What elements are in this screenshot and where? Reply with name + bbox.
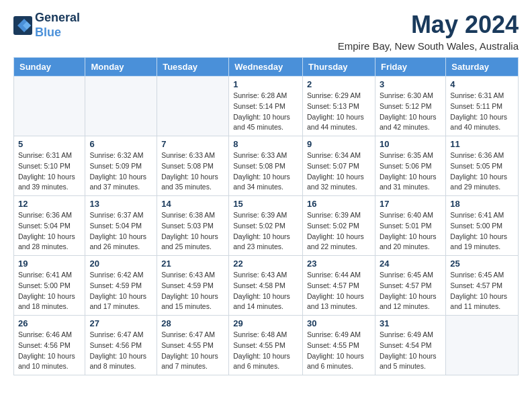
weekday-thursday: Thursday	[303, 58, 375, 77]
day-number: 22	[233, 259, 298, 269]
calendar-cell: 21Sunrise: 6:43 AM Sunset: 4:59 PM Dayli…	[157, 256, 229, 316]
calendar-cell: 20Sunrise: 6:42 AM Sunset: 4:59 PM Dayli…	[85, 256, 157, 316]
day-info: Sunrise: 6:45 AM Sunset: 4:57 PM Dayligh…	[380, 270, 441, 312]
day-number: 9	[307, 139, 371, 149]
day-number: 3	[380, 79, 441, 89]
logo-icon	[13, 16, 32, 35]
calendar-cell: 7Sunrise: 6:33 AM Sunset: 5:08 PM Daylig…	[157, 136, 229, 196]
day-info: Sunrise: 6:45 AM Sunset: 4:57 PM Dayligh…	[450, 270, 514, 312]
calendar-cell: 10Sunrise: 6:35 AM Sunset: 5:06 PM Dayli…	[375, 136, 445, 196]
weekday-sunday: Sunday	[14, 58, 85, 77]
calendar-cell: 29Sunrise: 6:48 AM Sunset: 4:55 PM Dayli…	[229, 316, 303, 375]
logo-line2: Blue	[35, 26, 80, 40]
calendar-wrap: SundayMondayTuesdayWednesdayThursdayFrid…	[0, 57, 532, 382]
day-info: Sunrise: 6:32 AM Sunset: 5:09 PM Dayligh…	[89, 150, 152, 193]
day-number: 27	[89, 318, 152, 328]
day-number: 25	[450, 259, 514, 269]
day-info: Sunrise: 6:40 AM Sunset: 5:01 PM Dayligh…	[380, 210, 441, 253]
calendar-cell: 4Sunrise: 6:31 AM Sunset: 5:11 PM Daylig…	[446, 77, 519, 136]
day-info: Sunrise: 6:48 AM Sunset: 4:55 PM Dayligh…	[233, 330, 298, 372]
day-number: 24	[380, 259, 441, 269]
weekday-header-row: SundayMondayTuesdayWednesdayThursdayFrid…	[14, 58, 519, 77]
day-info: Sunrise: 6:41 AM Sunset: 5:00 PM Dayligh…	[450, 210, 514, 253]
day-number: 18	[450, 199, 514, 209]
calendar-cell: 16Sunrise: 6:39 AM Sunset: 5:02 PM Dayli…	[303, 196, 375, 256]
calendar-cell: 31Sunrise: 6:49 AM Sunset: 4:54 PM Dayli…	[375, 316, 445, 375]
logo: General Blue	[13, 11, 80, 40]
day-number: 1	[233, 79, 298, 89]
calendar-cell: 12Sunrise: 6:36 AM Sunset: 5:04 PM Dayli…	[14, 196, 85, 256]
day-number: 6	[89, 139, 152, 149]
day-number: 23	[307, 259, 371, 269]
day-info: Sunrise: 6:36 AM Sunset: 5:04 PM Dayligh…	[18, 210, 81, 253]
day-info: Sunrise: 6:33 AM Sunset: 5:08 PM Dayligh…	[233, 150, 298, 193]
calendar-cell: 3Sunrise: 6:30 AM Sunset: 5:12 PM Daylig…	[375, 77, 445, 136]
page-header: General Blue May 2024 Empire Bay, New So…	[0, 0, 532, 57]
day-info: Sunrise: 6:47 AM Sunset: 4:55 PM Dayligh…	[161, 330, 224, 372]
calendar-cell: 18Sunrise: 6:41 AM Sunset: 5:00 PM Dayli…	[446, 196, 519, 256]
title-section: May 2024 Empire Bay, New South Wales, Au…	[338, 11, 519, 52]
day-number: 14	[161, 199, 224, 209]
calendar-header: SundayMondayTuesdayWednesdayThursdayFrid…	[14, 58, 519, 77]
day-number: 12	[18, 199, 81, 209]
day-number: 30	[307, 318, 371, 328]
calendar-cell: 25Sunrise: 6:45 AM Sunset: 4:57 PM Dayli…	[446, 256, 519, 316]
calendar-cell: 13Sunrise: 6:37 AM Sunset: 5:04 PM Dayli…	[85, 196, 157, 256]
calendar-week-0: 1Sunrise: 6:28 AM Sunset: 5:14 PM Daylig…	[14, 77, 519, 136]
calendar-cell: 30Sunrise: 6:49 AM Sunset: 4:55 PM Dayli…	[303, 316, 375, 375]
calendar-cell: 28Sunrise: 6:47 AM Sunset: 4:55 PM Dayli…	[157, 316, 229, 375]
day-info: Sunrise: 6:28 AM Sunset: 5:14 PM Dayligh…	[233, 91, 298, 133]
day-number: 5	[18, 139, 81, 149]
day-number: 11	[450, 139, 514, 149]
weekday-saturday: Saturday	[446, 58, 519, 77]
calendar-body: 1Sunrise: 6:28 AM Sunset: 5:14 PM Daylig…	[14, 77, 519, 375]
day-info: Sunrise: 6:31 AM Sunset: 5:10 PM Dayligh…	[18, 150, 81, 193]
calendar-cell: 15Sunrise: 6:39 AM Sunset: 5:02 PM Dayli…	[229, 196, 303, 256]
day-number: 4	[450, 79, 514, 89]
day-number: 21	[161, 259, 224, 269]
calendar-cell: 9Sunrise: 6:34 AM Sunset: 5:07 PM Daylig…	[303, 136, 375, 196]
day-number: 16	[307, 199, 371, 209]
day-number: 28	[161, 318, 224, 328]
calendar-cell: 14Sunrise: 6:38 AM Sunset: 5:03 PM Dayli…	[157, 196, 229, 256]
calendar-week-2: 12Sunrise: 6:36 AM Sunset: 5:04 PM Dayli…	[14, 196, 519, 256]
location: Empire Bay, New South Wales, Australia	[338, 40, 519, 52]
day-number: 26	[18, 318, 81, 328]
calendar-cell	[14, 77, 85, 136]
day-info: Sunrise: 6:42 AM Sunset: 4:59 PM Dayligh…	[89, 270, 152, 312]
calendar-cell: 5Sunrise: 6:31 AM Sunset: 5:10 PM Daylig…	[14, 136, 85, 196]
day-number: 31	[380, 318, 441, 328]
day-info: Sunrise: 6:43 AM Sunset: 4:58 PM Dayligh…	[233, 270, 298, 312]
month-title: May 2024	[338, 11, 519, 39]
day-number: 2	[307, 79, 371, 89]
calendar-cell: 19Sunrise: 6:41 AM Sunset: 5:00 PM Dayli…	[14, 256, 85, 316]
calendar-cell: 11Sunrise: 6:36 AM Sunset: 5:05 PM Dayli…	[446, 136, 519, 196]
weekday-wednesday: Wednesday	[229, 58, 303, 77]
day-info: Sunrise: 6:31 AM Sunset: 5:11 PM Dayligh…	[450, 91, 514, 133]
calendar-cell: 27Sunrise: 6:47 AM Sunset: 4:56 PM Dayli…	[85, 316, 157, 375]
day-info: Sunrise: 6:46 AM Sunset: 4:56 PM Dayligh…	[18, 330, 81, 372]
day-number: 13	[89, 199, 152, 209]
calendar-cell: 8Sunrise: 6:33 AM Sunset: 5:08 PM Daylig…	[229, 136, 303, 196]
calendar-week-1: 5Sunrise: 6:31 AM Sunset: 5:10 PM Daylig…	[14, 136, 519, 196]
day-info: Sunrise: 6:30 AM Sunset: 5:12 PM Dayligh…	[380, 91, 441, 133]
day-info: Sunrise: 6:35 AM Sunset: 5:06 PM Dayligh…	[380, 150, 441, 193]
day-info: Sunrise: 6:33 AM Sunset: 5:08 PM Dayligh…	[161, 150, 224, 193]
calendar-cell: 26Sunrise: 6:46 AM Sunset: 4:56 PM Dayli…	[14, 316, 85, 375]
day-info: Sunrise: 6:36 AM Sunset: 5:05 PM Dayligh…	[450, 150, 514, 193]
weekday-monday: Monday	[85, 58, 157, 77]
calendar-week-4: 26Sunrise: 6:46 AM Sunset: 4:56 PM Dayli…	[14, 316, 519, 375]
calendar-cell: 1Sunrise: 6:28 AM Sunset: 5:14 PM Daylig…	[229, 77, 303, 136]
day-number: 15	[233, 199, 298, 209]
calendar-week-3: 19Sunrise: 6:41 AM Sunset: 5:00 PM Dayli…	[14, 256, 519, 316]
calendar-cell	[85, 77, 157, 136]
day-number: 7	[161, 139, 224, 149]
day-info: Sunrise: 6:41 AM Sunset: 5:00 PM Dayligh…	[18, 270, 81, 312]
calendar-cell: 6Sunrise: 6:32 AM Sunset: 5:09 PM Daylig…	[85, 136, 157, 196]
calendar-cell: 24Sunrise: 6:45 AM Sunset: 4:57 PM Dayli…	[375, 256, 445, 316]
day-info: Sunrise: 6:44 AM Sunset: 4:57 PM Dayligh…	[307, 270, 371, 312]
calendar-cell: 17Sunrise: 6:40 AM Sunset: 5:01 PM Dayli…	[375, 196, 445, 256]
day-info: Sunrise: 6:39 AM Sunset: 5:02 PM Dayligh…	[233, 210, 298, 253]
day-number: 19	[18, 259, 81, 269]
calendar-cell	[446, 316, 519, 375]
